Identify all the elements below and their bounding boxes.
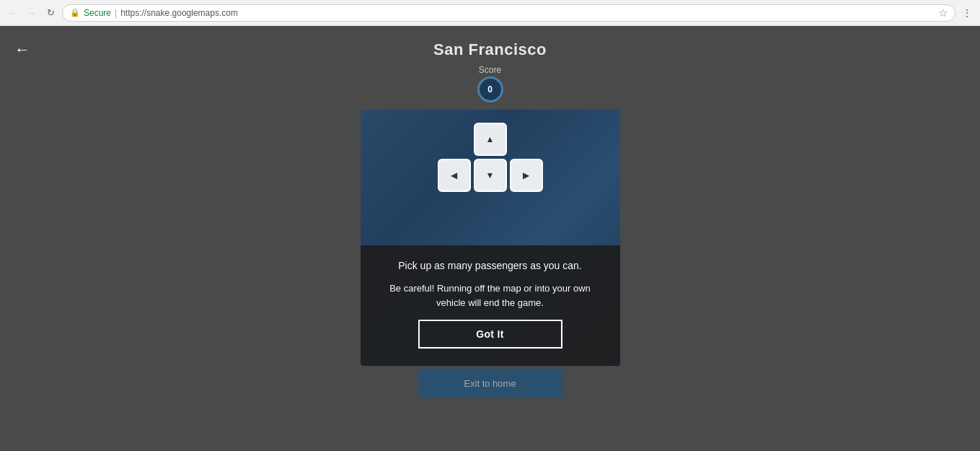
city-title: San Francisco [433, 40, 547, 59]
bookmark-button[interactable]: ☆ [938, 6, 948, 19]
reload-button[interactable]: ↻ [43, 6, 58, 20]
instruction-line1: Pick up as many passengers as you can. [398, 260, 581, 271]
back-nav-button[interactable]: ← [6, 6, 20, 20]
down-button[interactable]: ▼ [474, 159, 507, 192]
right-button[interactable]: ▶ [510, 159, 543, 192]
lock-icon: 🔒 [70, 8, 80, 17]
down-arrow-icon: ▼ [486, 170, 495, 180]
middle-row: ◀ ▼ ▶ [438, 159, 543, 192]
game-container: ▲ ◀ ▼ ▶ Pick up as many passengers as yo… [361, 110, 620, 366]
back-button[interactable]: ← [14, 40, 30, 59]
exit-to-home-button[interactable]: Exit to home [418, 369, 562, 398]
forward-nav-button[interactable]: → [25, 6, 39, 20]
left-button[interactable]: ◀ [438, 159, 471, 192]
secure-label: Secure [84, 8, 111, 18]
up-arrow-icon: ▲ [486, 134, 495, 144]
url-text: https://snake.googlemaps.com [120, 8, 238, 18]
up-button[interactable]: ▲ [474, 123, 507, 156]
up-row: ▲ [474, 123, 507, 156]
score-value: 0 [477, 76, 503, 102]
browser-chrome: ← → ↻ 🔒 Secure | https://snake.googlemap… [0, 0, 980, 26]
overlay-panel: Pick up as many passengers as you can. B… [361, 245, 620, 366]
left-arrow-icon: ◀ [451, 170, 457, 180]
right-arrow-icon: ▶ [523, 170, 529, 180]
arrow-controls: ▲ ◀ ▼ ▶ [438, 123, 543, 192]
address-bar: 🔒 Secure | https://snake.googlemaps.com … [62, 4, 955, 22]
game-page: ← San Francisco Score 0 ▲ ◀ ▼ [0, 26, 980, 451]
score-label: Score [479, 65, 501, 75]
browser-menu-button[interactable]: ⋮ [960, 6, 974, 20]
score-area: Score 0 [477, 65, 503, 102]
instruction-line2: Be careful! Running off the map or into … [378, 281, 603, 310]
separator: | [115, 8, 117, 18]
got-it-button[interactable]: Got It [418, 320, 562, 349]
